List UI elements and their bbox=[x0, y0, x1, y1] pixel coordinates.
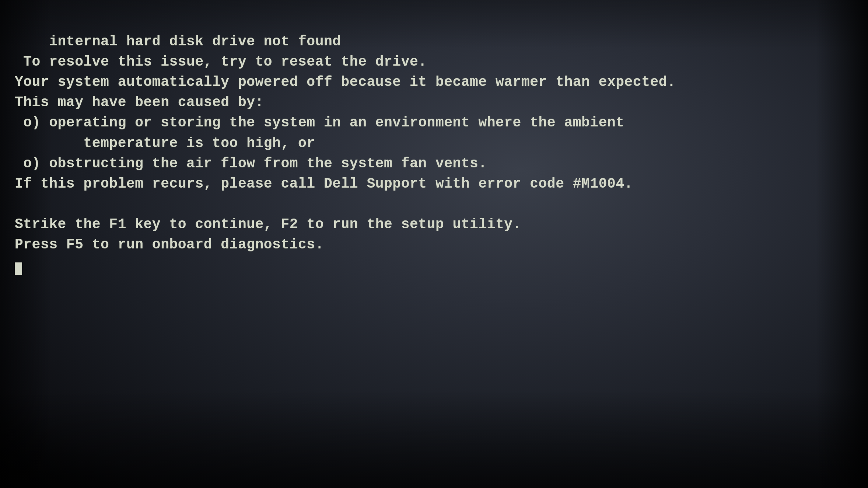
line-9: Strike the F1 key to continue, F2 to run… bbox=[15, 216, 521, 232]
line-5: o) operating or storing the system in an… bbox=[15, 115, 624, 130]
line-2: To resolve this issue, try to reseat the… bbox=[15, 54, 427, 70]
cursor-line bbox=[15, 257, 22, 273]
line-10: Press F5 to run onboard diagnostics. bbox=[15, 237, 324, 252]
line-6: temperature is too high, or bbox=[15, 135, 315, 151]
line-1: internal hard disk drive not found bbox=[49, 34, 341, 49]
line-7: o) obstructing the air flow from the sys… bbox=[15, 156, 487, 171]
line-4: This may have been caused by: bbox=[15, 94, 264, 110]
cursor-icon bbox=[15, 262, 22, 275]
terminal-output: internal hard disk drive not found To re… bbox=[15, 11, 676, 295]
line-3: Your system automatically powered off be… bbox=[15, 74, 676, 90]
bios-screen: internal hard disk drive not found To re… bbox=[0, 0, 868, 488]
line-8: If this problem recurs, please call Dell… bbox=[15, 176, 633, 192]
